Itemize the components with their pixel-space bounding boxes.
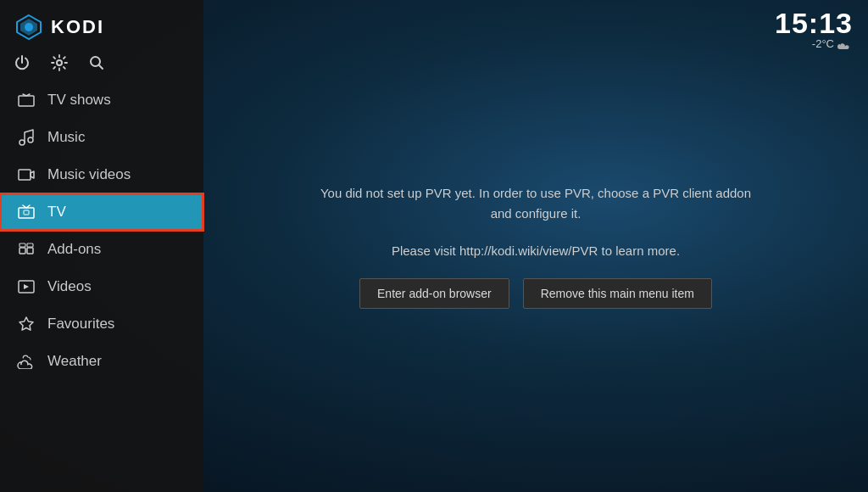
sidebar-item-favourites[interactable]: Favourites <box>0 305 203 343</box>
sidebar-item-music-label: Music <box>47 129 85 146</box>
pvr-message-line2: Please visit http://kodi.wiki/view/PVR t… <box>315 241 756 261</box>
sidebar-item-tv-shows-label: TV shows <box>47 92 111 109</box>
cloud-icon <box>837 38 853 50</box>
tv-shows-icon <box>17 91 36 109</box>
sidebar-item-weather-label: Weather <box>47 353 102 370</box>
svg-rect-8 <box>19 170 31 180</box>
power-icon[interactable] <box>14 54 31 71</box>
sidebar-item-music-videos[interactable]: Music videos <box>0 156 203 193</box>
sidebar-item-music-videos-label: Music videos <box>47 166 131 183</box>
sidebar: KODI <box>0 0 203 492</box>
search-icon[interactable] <box>88 54 105 71</box>
sidebar-item-tv[interactable]: TV <box>0 193 203 231</box>
svg-rect-12 <box>27 248 33 254</box>
enter-addon-browser-button[interactable]: Enter add-on browser <box>359 278 509 309</box>
svg-rect-11 <box>19 248 25 254</box>
sidebar-item-tv-label: TV <box>47 204 66 221</box>
svg-point-2 <box>25 23 33 31</box>
clock-area: 15:13 -2°C <box>775 8 853 50</box>
app-container: KODI <box>0 0 868 492</box>
temperature: -2°C <box>812 37 834 50</box>
pvr-message-line1: You did not set up PVR yet. In order to … <box>315 183 756 224</box>
sidebar-item-add-ons[interactable]: Add-ons <box>0 231 203 268</box>
svg-point-6 <box>19 140 25 145</box>
sidebar-item-videos[interactable]: Videos <box>0 268 203 305</box>
clock-info: -2°C <box>775 37 853 50</box>
pvr-buttons: Enter add-on browser Remove this main me… <box>315 278 756 309</box>
addon-icon <box>17 240 36 259</box>
tv-icon <box>17 203 36 221</box>
sidebar-item-add-ons-label: Add-ons <box>47 241 101 258</box>
remove-menu-item-button[interactable]: Remove this main menu item <box>523 278 712 309</box>
svg-rect-13 <box>19 243 25 247</box>
pvr-message-box: You did not set up PVR yet. In order to … <box>298 166 773 326</box>
music-videos-icon <box>17 165 36 184</box>
svg-rect-5 <box>19 96 34 106</box>
sidebar-item-favourites-label: Favourites <box>47 316 114 333</box>
sidebar-item-music[interactable]: Music <box>0 119 203 156</box>
svg-rect-14 <box>27 243 33 247</box>
kodi-logo <box>14 12 44 42</box>
sidebar-item-tv-shows[interactable]: TV shows <box>0 81 203 119</box>
app-title: KODI <box>51 16 104 38</box>
music-icon <box>17 128 36 147</box>
svg-rect-9 <box>19 208 34 218</box>
clock-time: 15:13 <box>775 8 853 37</box>
sidebar-item-weather[interactable]: Weather <box>0 343 203 380</box>
videos-icon <box>17 277 36 296</box>
weather-nav-icon <box>17 352 36 371</box>
sidebar-header: KODI <box>0 0 203 51</box>
main-content: 15:13 -2°C You did not set up PVR yet. I… <box>203 0 868 492</box>
icon-bar <box>0 51 203 81</box>
main-nav: TV shows Music <box>0 81 203 380</box>
settings-icon[interactable] <box>51 54 68 71</box>
svg-rect-10 <box>24 210 29 215</box>
svg-point-7 <box>28 137 33 143</box>
star-icon <box>17 315 36 333</box>
svg-point-3 <box>57 60 62 65</box>
sidebar-item-videos-label: Videos <box>47 278 92 295</box>
